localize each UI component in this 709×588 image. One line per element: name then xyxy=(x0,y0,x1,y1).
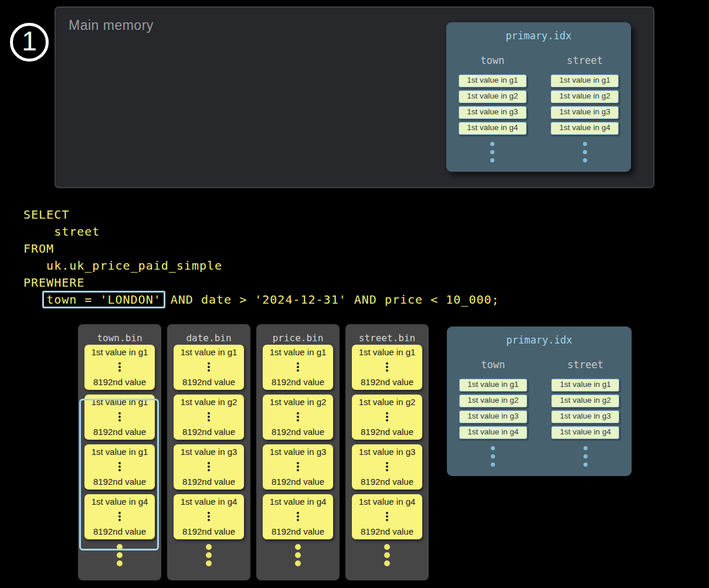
step-1-badge: 1 xyxy=(10,23,49,62)
sql-line: PREWHERE xyxy=(23,274,500,291)
idx-column-street: street 1st value in g1 1st value in g2 1… xyxy=(540,359,632,471)
ellipsis-dots xyxy=(174,461,244,473)
granule-first-value: 1st value in g4 xyxy=(174,497,244,507)
ellipsis-dots xyxy=(84,361,155,373)
idx-entry-chip: 1st value in g4 xyxy=(551,122,619,135)
granule-first-value: 1st value in g4 xyxy=(352,497,422,507)
granule-block: 1st value in g4 8192nd value xyxy=(352,494,422,539)
granule-block: 1st value in g3 8192nd value xyxy=(174,444,244,490)
ellipsis-dots xyxy=(539,142,632,162)
granule-first-value: 1st value in g2 xyxy=(263,397,333,407)
ellipsis-dots xyxy=(84,511,155,522)
granule-last-value: 8192nd value xyxy=(352,477,422,487)
granule-last-value: 8192nd value xyxy=(263,427,333,437)
granule-first-value: 1st value in g1 xyxy=(352,347,422,357)
sql-query: SELECT street FROM uk.uk_price_paid_simp… xyxy=(23,206,500,308)
ellipsis-dots xyxy=(174,361,244,373)
idx-entry-chip: 1st value in g1 xyxy=(551,379,619,392)
granule-last-value: 8192nd value xyxy=(84,427,155,437)
main-memory-title: Main memory xyxy=(69,18,154,33)
ellipsis-dots xyxy=(352,361,422,373)
ellipsis-dots xyxy=(540,446,632,467)
idx-entry-chip: 1st value in g1 xyxy=(459,74,527,87)
idx-columns: town 1st value in g1 1st value in g2 1st… xyxy=(447,359,632,471)
granule-last-value: 8192nd value xyxy=(263,477,333,487)
granule-last-value: 8192nd value xyxy=(174,526,244,536)
granule-block: 1st value in g2 8192nd value xyxy=(352,395,422,440)
idx-column-header: street xyxy=(539,55,632,66)
ellipsis-dots xyxy=(167,544,250,566)
granule-block: 1st value in g4 8192nd value xyxy=(174,494,244,539)
idx-entry-chip: 1st value in g3 xyxy=(551,410,619,423)
ellipsis-dots xyxy=(447,446,540,467)
granule-block: 1st value in g1 8192nd value xyxy=(84,444,155,490)
idx-column-town: town 1st value in g1 1st value in g2 1st… xyxy=(447,359,540,471)
granule-block: 1st value in g2 8192nd value xyxy=(263,395,333,440)
granule-last-value: 8192nd value xyxy=(352,526,422,536)
idx-entry-chip: 1st value in g4 xyxy=(459,426,527,439)
sql-line-prewhere-predicates: town = 'LONDON' AND date > '2024-12-31' … xyxy=(23,291,500,308)
ellipsis-dots xyxy=(78,544,161,566)
granule-block: 1st value in g4 8192nd value xyxy=(84,494,155,539)
main-memory-panel: Main memory primary.idx town 1st value i… xyxy=(55,6,654,188)
sql-rest-predicates: AND date > '2024-12-31' AND price < 10_0… xyxy=(163,293,500,307)
prewhere-town-predicate-highlight: town = 'LONDON' xyxy=(42,291,165,308)
granule-block: 1st value in g4 8192nd value xyxy=(263,494,333,539)
granule-last-value: 8192nd value xyxy=(84,477,155,487)
bin-title: date.bin xyxy=(167,332,250,345)
granule-first-value: 1st value in g3 xyxy=(352,447,422,457)
ellipsis-dots xyxy=(446,142,539,162)
primary-idx-card-memory: primary.idx town 1st value in g1 1st val… xyxy=(446,22,631,172)
idx-card-title: primary.idx xyxy=(446,30,631,42)
ellipsis-dots xyxy=(345,544,429,566)
granule-first-value: 1st value in g1 xyxy=(174,347,244,357)
idx-entry-chip: 1st value in g4 xyxy=(551,426,619,439)
granule-first-value: 1st value in g3 xyxy=(174,447,244,457)
granule-block: 1st value in g2 8192nd value xyxy=(174,395,244,440)
granule-last-value: 8192nd value xyxy=(174,377,244,387)
bin-street: street.bin 1st value in g1 8192nd value … xyxy=(345,324,429,580)
ellipsis-dots xyxy=(263,361,333,373)
granule-block: 1st value in g3 8192nd value xyxy=(263,444,333,490)
idx-column-town: town 1st value in g1 1st value in g2 1st… xyxy=(446,55,539,166)
idx-entry-chip: 1st value in g3 xyxy=(459,106,527,119)
granule-first-value: 1st value in g1 xyxy=(84,397,155,407)
granule-first-value: 1st value in g4 xyxy=(263,497,333,507)
ellipsis-dots xyxy=(256,544,340,566)
granule-first-value: 1st value in g1 xyxy=(84,347,155,357)
idx-entry-chip: 1st value in g2 xyxy=(551,395,619,407)
granule-last-value: 8192nd value xyxy=(352,377,422,387)
idx-entry-chip: 1st value in g1 xyxy=(551,74,619,87)
ellipsis-dots xyxy=(352,461,422,473)
idx-card-title: primary.idx xyxy=(447,334,632,346)
idx-entry-chip: 1st value in g1 xyxy=(459,379,527,392)
idx-column-header: street xyxy=(540,359,632,371)
primary-idx-card-disk: primary.idx town 1st value in g1 1st val… xyxy=(447,327,632,476)
granule-first-value: 1st value in g2 xyxy=(352,397,422,407)
idx-column-header: town xyxy=(446,55,539,66)
granule-first-value: 1st value in g1 xyxy=(263,347,333,357)
bin-price: price.bin 1st value in g1 8192nd value 1… xyxy=(256,324,340,580)
granule-block: 1st value in g1 8192nd value xyxy=(84,345,155,390)
idx-entry-chip: 1st value in g3 xyxy=(459,410,527,423)
ellipsis-dots xyxy=(84,411,155,423)
granule-block: 1st value in g1 8192nd value xyxy=(84,395,155,440)
bin-town: town.bin 1st value in g1 8192nd value 1s… xyxy=(78,324,161,580)
granule-block: 1st value in g1 8192nd value xyxy=(263,345,333,390)
idx-column-header: town xyxy=(447,359,540,371)
granule-first-value: 1st value in g3 xyxy=(263,447,333,457)
granule-last-value: 8192nd value xyxy=(174,477,244,487)
granule-block: 1st value in g3 8192nd value xyxy=(352,444,422,490)
granule-last-value: 8192nd value xyxy=(84,377,155,387)
step-number: 1 xyxy=(22,28,37,55)
bin-date: date.bin 1st value in g1 8192nd value 1s… xyxy=(167,324,250,580)
ellipsis-dots xyxy=(174,511,244,522)
granule-block: 1st value in g1 8192nd value xyxy=(174,345,244,390)
granule-block: 1st value in g1 8192nd value xyxy=(352,345,422,390)
idx-entry-chip: 1st value in g3 xyxy=(551,106,619,119)
idx-column-street: street 1st value in g1 1st value in g2 1… xyxy=(539,55,632,166)
granule-first-value: 1st value in g4 xyxy=(84,497,155,507)
sql-line: street xyxy=(23,223,500,240)
sql-line: FROM xyxy=(23,240,500,257)
ellipsis-dots xyxy=(263,411,333,423)
